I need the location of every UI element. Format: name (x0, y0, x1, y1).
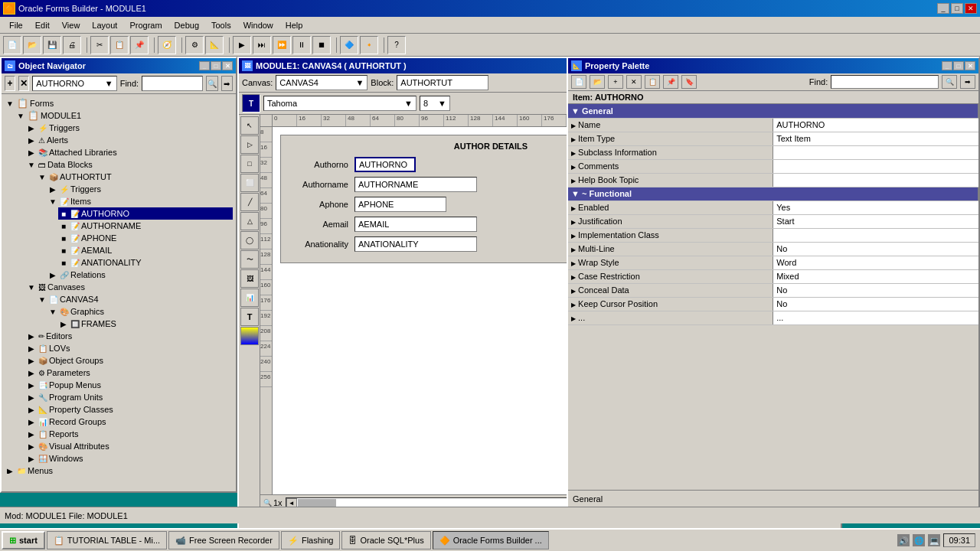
prop-value-help-book[interactable] (773, 173, 978, 187)
print-btn[interactable]: 🖨 (63, 36, 81, 54)
remove-item-btn[interactable]: ✕ (18, 76, 29, 91)
freehand-tool[interactable]: 〜 (240, 250, 259, 269)
menu-edit[interactable]: Edit (29, 19, 56, 31)
tree-popup-menus[interactable]: ▶ 📑 Popup Menus (26, 379, 233, 391)
obj-nav-close[interactable]: ✕ (222, 61, 233, 70)
tree-frames[interactable]: ▶ 🔲 FRAMES (58, 318, 233, 330)
prop-add-btn[interactable]: + (608, 75, 623, 89)
step-btn[interactable]: ⏭ (253, 36, 271, 54)
prop-value-keep-cursor[interactable]: No (773, 297, 978, 311)
tree-anationality[interactable]: ■ 📝 ANATIONALITY (58, 256, 233, 269)
debug-form-btn[interactable]: 🔸 (360, 36, 378, 54)
nav-dropdown[interactable]: AUTHORNO ▼ (32, 76, 117, 91)
find-next-btn[interactable]: ➡ (221, 76, 233, 91)
maximize-btn[interactable]: □ (951, 3, 963, 14)
field-authorno[interactable]: AUTHORNO (354, 157, 416, 172)
pause-btn[interactable]: ⏸ (292, 36, 311, 54)
tree-authorname[interactable]: ■ 📝 AUTHORNAME (58, 220, 233, 232)
gen-btn[interactable]: 📐 (205, 36, 224, 54)
prop-value-more[interactable]: ... (773, 311, 978, 324)
taskbar-oracle-forms[interactable]: 🔶 Oracle Forms Builder ... (433, 531, 549, 549)
save-btn[interactable]: 💾 (43, 36, 61, 54)
field-aemail[interactable]: AEMAIL (354, 217, 477, 232)
nav-btn[interactable]: 🧭 (158, 36, 176, 54)
prop-value-comments[interactable] (773, 159, 978, 173)
tree-graphics[interactable]: ▼ 🎨 Graphics (47, 305, 233, 318)
obj-nav-maximize[interactable]: □ (211, 61, 221, 70)
prop-section-general[interactable]: ▼ General (568, 104, 978, 118)
tree-aphone[interactable]: ■ 📝 APHONE (58, 232, 233, 244)
prop-value-case-restriction[interactable]: Mixed (773, 269, 978, 283)
prop-find-input[interactable] (831, 75, 939, 89)
find-btn[interactable]: 🔍 (206, 76, 217, 91)
tree-relations[interactable]: ▶ 🔗 Relations (47, 269, 233, 281)
chart-tool[interactable]: 📊 (240, 289, 259, 307)
obj-nav-minimize[interactable]: _ (199, 61, 210, 70)
image-tool[interactable]: 🖼 (240, 269, 259, 288)
menu-layout[interactable]: Layout (86, 19, 123, 31)
tree-parameters[interactable]: ▶ ⚙ Parameters (26, 367, 233, 379)
font-size-select[interactable]: 8 ▼ (420, 96, 450, 111)
rect-tool[interactable]: □ (240, 155, 259, 173)
hscroll-thumb[interactable] (298, 499, 336, 507)
canvas-select[interactable]: CANVAS4 ▼ (276, 75, 368, 90)
tree-authorno[interactable]: ■ 📝 AUTHORNO (58, 207, 233, 220)
round-rect-tool[interactable]: ⬜ (240, 174, 259, 192)
menu-help[interactable]: Help (279, 19, 309, 31)
close-btn[interactable]: ✕ (965, 3, 977, 14)
step2-btn[interactable]: ⏩ (273, 36, 291, 54)
tree-block-triggers[interactable]: ▶ ⚡ Triggers (47, 183, 233, 195)
taskbar-oracle-sql[interactable]: 🗄 Oracle SQL*Plus (341, 531, 430, 549)
tree-lovs[interactable]: ▶ 📋 LOVs (26, 342, 233, 354)
tree-windows[interactable]: ▶ 🪟 Windows (26, 452, 233, 465)
tree-aemail[interactable]: ■ 📝 AEMAIL (58, 244, 233, 256)
prop-value-justification[interactable]: Start (773, 214, 978, 228)
tree-alerts[interactable]: ▶ ⚠ Alerts (26, 134, 233, 146)
prop-value-subclass[interactable] (773, 145, 978, 159)
menu-tools[interactable]: Tools (205, 19, 237, 31)
tree-menus[interactable]: ▶ 📁 Menus (5, 465, 233, 474)
tree-object-groups[interactable]: ▶ 📦 Object Groups (26, 354, 233, 367)
poly-tool[interactable]: △ (240, 212, 259, 230)
block-select[interactable]: AUTHORTUT (397, 75, 488, 90)
pointer-tool[interactable]: ▷ (240, 135, 259, 154)
prop-value-wrap-style[interactable]: Word (773, 256, 978, 269)
prop-section-functional[interactable]: ▼ ~ Functional (568, 187, 978, 201)
line-tool[interactable]: ╱ (240, 193, 259, 211)
prop-find-next-btn[interactable]: ➡ (960, 75, 975, 89)
tree-program-units[interactable]: ▶ 🔧 Program Units (26, 391, 233, 403)
tree-reports[interactable]: ▶ 📋 Reports (26, 428, 233, 440)
tree-items[interactable]: ▼ 📝 Items (47, 195, 233, 207)
field-authorname[interactable]: AUTHORNAME (354, 177, 477, 192)
arc-tool[interactable]: ◯ (240, 231, 259, 249)
tree-canvases[interactable]: ▼ 🖼 Canvases (26, 281, 233, 293)
prop-find-btn[interactable]: 🔍 (942, 75, 957, 89)
tree-data-blocks[interactable]: ▼ 🗃 Data Blocks (26, 158, 233, 171)
run-form-btn[interactable]: 🔷 (340, 36, 358, 54)
menu-window[interactable]: Window (237, 19, 279, 31)
prop-palette-maximize[interactable]: □ (953, 61, 964, 70)
font-select[interactable]: Tahoma ▼ (263, 96, 416, 111)
copy-btn[interactable]: 📋 (110, 36, 129, 54)
stop-btn[interactable]: ⏹ (312, 36, 331, 54)
compile-btn[interactable]: ⚙ (185, 36, 204, 54)
prop-value-enabled[interactable]: Yes (773, 201, 978, 214)
prop-palette-minimize[interactable]: _ (942, 61, 952, 70)
cut-btn[interactable]: ✂ (90, 36, 109, 54)
find-input[interactable] (142, 76, 203, 91)
tree-triggers[interactable]: ▶ ⚡ Triggers (26, 122, 233, 134)
prop-value-name[interactable]: AUTHORNO (773, 118, 978, 132)
new-btn[interactable]: 📄 (3, 36, 21, 54)
tree-visual-attributes[interactable]: ▶ 🎨 Visual Attributes (26, 440, 233, 452)
prop-value-item-type[interactable]: Text Item (773, 132, 978, 145)
minimize-btn[interactable]: _ (937, 3, 949, 14)
open-btn[interactable]: 📂 (23, 36, 41, 54)
tree-property-classes[interactable]: ▶ 📐 Property Classes (26, 403, 233, 416)
run-btn[interactable]: ▶ (233, 36, 251, 54)
tree-editors[interactable]: ▶ ✏ Editors (26, 330, 233, 342)
text-field-tool[interactable]: T (240, 308, 259, 326)
prop-value-multi-line[interactable]: No (773, 242, 978, 256)
prop-value-conceal-data[interactable]: No (773, 283, 978, 297)
prop-copy-btn[interactable]: 📋 (645, 75, 660, 89)
tree-canvas4[interactable]: ▼ 📄 CANVAS4 (37, 293, 233, 305)
